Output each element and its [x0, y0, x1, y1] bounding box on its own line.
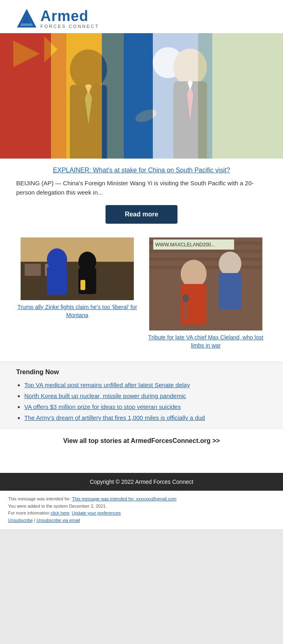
- trending-list: Top VA medical post remains unfilled aft…: [16, 381, 267, 421]
- footer-click-here-link[interactable]: click here: [51, 511, 69, 515]
- footer-line-4: Unsubscribe | Unsubscribe via email: [8, 517, 275, 524]
- article-left-image: [16, 237, 138, 300]
- svg-rect-28: [80, 280, 85, 290]
- trending-title: Trending Now: [16, 369, 267, 376]
- logo-subtitle: FORCES CONNECT: [40, 24, 99, 29]
- trending-link-1[interactable]: Top VA medical post remains unfilled aft…: [24, 381, 190, 388]
- trending-link-2[interactable]: North Korea built up nuclear, missile po…: [24, 392, 186, 399]
- trending-section: Trending Now Top VA medical post remains…: [0, 362, 283, 429]
- footer-line-1: This message was intended for: This mess…: [8, 496, 275, 503]
- svg-rect-38: [181, 284, 207, 324]
- svg-rect-34: [149, 266, 262, 269]
- trending-link-3[interactable]: VA offers $3 million prize for ideas to …: [24, 403, 181, 410]
- footer-email-link[interactable]: This message was intended for: xxxxxxx@g…: [72, 496, 176, 501]
- article-headline: EXPLAINER: What's at stake for China on …: [16, 167, 267, 174]
- main-article: EXPLAINER: What's at stake for China on …: [0, 159, 283, 237]
- copyright-bar: Copyright © 2022 Armed Forces Connect: [0, 473, 283, 491]
- list-item: North Korea built up nuclear, missile po…: [24, 392, 267, 399]
- article-right-image: WWW.MAXCLELAND200...: [145, 237, 267, 330]
- article-excerpt: BEIJING (AP) — China's Foreign Minister …: [16, 179, 267, 197]
- footer-update-prefs-link[interactable]: Update your preferences: [72, 511, 121, 515]
- logo-a: A: [40, 8, 51, 24]
- logo-triangle-icon: [16, 8, 37, 29]
- view-all-section: View all top stories at ArmedForcesConne…: [0, 429, 283, 457]
- svg-rect-40: [219, 273, 241, 309]
- footer-line-2: You were added to the system December 2,…: [8, 503, 275, 510]
- article-right-link-container: Tribute for late VA chief Max Cleland, w…: [145, 334, 267, 350]
- article-headline-link[interactable]: EXPLAINER: What's at stake for China on …: [53, 167, 230, 174]
- article-right: WWW.MAXCLELAND200... Tribute for late VA…: [145, 237, 267, 350]
- article-left-illustration: [16, 237, 138, 300]
- svg-point-37: [181, 260, 207, 288]
- logo-rmed: rmed: [51, 8, 89, 24]
- read-more-container: Read more: [16, 205, 267, 224]
- trending-link-4[interactable]: The Army's dream of artillery that fires…: [24, 414, 205, 421]
- list-item: Top VA medical post remains unfilled aft…: [24, 381, 267, 388]
- footer-unsubscribe-link[interactable]: Unsubscribe: [8, 518, 33, 523]
- list-item: VA offers $3 million prize for ideas to …: [24, 403, 267, 410]
- logo-name: Armed: [40, 9, 99, 23]
- svg-rect-33: [149, 258, 262, 261]
- copyright-text: Copyright © 2022 Armed Forces Connect: [90, 479, 193, 485]
- logo-area: Armed FORCES CONNECT: [16, 8, 267, 29]
- svg-rect-32: [149, 250, 262, 253]
- footer-note: This message was intended for: This mess…: [0, 491, 283, 529]
- article-right-illustration: WWW.MAXCLELAND200...: [145, 237, 267, 330]
- article-left: Trump ally Zinke fights claim he's too '…: [16, 237, 138, 319]
- article-left-link-container: Trump ally Zinke fights claim he's too '…: [16, 303, 138, 319]
- view-all-link[interactable]: View all top stories at ArmedForcesConne…: [63, 437, 220, 444]
- svg-rect-22: [25, 264, 41, 276]
- list-item: The Army's dream of artillery that fires…: [24, 414, 267, 421]
- svg-text:WWW.MAXCLELAND200...: WWW.MAXCLELAND200...: [155, 242, 215, 248]
- secondary-articles: Trump ally Zinke fights claim he's too '…: [0, 237, 283, 354]
- article-right-link[interactable]: Tribute for late VA chief Max Cleland, w…: [145, 334, 267, 350]
- spacer: [0, 457, 283, 473]
- footer-unsubscribe-email-link[interactable]: Unsubscribe via email: [36, 518, 80, 523]
- svg-point-42: [182, 294, 189, 302]
- article-left-link[interactable]: Trump ally Zinke fights claim he's too '…: [16, 303, 138, 319]
- svg-rect-25: [47, 267, 67, 295]
- svg-point-39: [219, 252, 241, 276]
- footer-line-3: For more information click here. Update …: [8, 510, 275, 517]
- hero-image: [0, 33, 283, 159]
- read-more-button[interactable]: Read more: [106, 205, 178, 224]
- header: Armed FORCES CONNECT: [0, 0, 283, 33]
- logo-text: Armed FORCES CONNECT: [40, 9, 99, 29]
